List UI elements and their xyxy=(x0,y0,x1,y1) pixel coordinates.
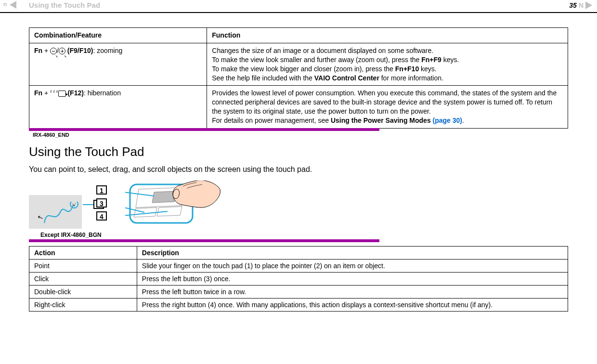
page-header: n Using the Touch Pad 35 N xyxy=(0,0,597,10)
zoom-in-icon xyxy=(59,48,65,54)
func-text: To make the view look smaller and furthe… xyxy=(212,56,421,64)
touchpad-hand-diagram: 1 3 4 xyxy=(96,181,226,229)
desc-cell: Press the right button (4) once. With ma… xyxy=(137,299,568,312)
combo-cell-zoom: Fn + / (F9/F10): zooming xyxy=(29,43,207,86)
action-cell: Right-click xyxy=(29,299,137,312)
fn-label: Fn xyxy=(34,47,42,54)
func-text: For details on power management, see xyxy=(212,117,331,124)
desc-cell: Press the left button (3) once. xyxy=(137,273,568,286)
func-cell-zoom: Changes the size of an image or a docume… xyxy=(207,43,568,86)
func-text: . xyxy=(462,117,464,124)
key-combo-bold: Fn+F10 xyxy=(395,65,419,73)
col-header-desc: Description xyxy=(137,247,568,260)
desc-cell: Slide your finger on the touch pad (1) t… xyxy=(137,260,568,273)
func-text: Changes the size of an image or a docume… xyxy=(212,47,433,54)
breadcrumb: Using the Touch Pad xyxy=(29,1,100,9)
svg-marker-5 xyxy=(157,207,182,216)
action-cell: Point xyxy=(29,260,137,273)
except-label: Except IRX-4860_BGN xyxy=(40,232,379,238)
section-intro: You can point to, select, drag, and scro… xyxy=(29,165,568,174)
table-row: Point Slide your finger on the touch pad… xyxy=(29,260,568,273)
fn-key-table: Combination/Feature Function Fn + / (F9/… xyxy=(29,27,568,129)
touchpad-diagram-row: ↖ 2 1 3 4 xyxy=(29,181,568,229)
func-cell-hibernate: Provides the lowest level of power consu… xyxy=(207,86,568,129)
table-row: Fn + / (F9/F10): zooming Changes the siz… xyxy=(29,43,568,86)
col-header-func: Function xyxy=(207,28,568,43)
section-heading: Using the Touch Pad xyxy=(29,144,568,159)
callout-label-4: 4 xyxy=(96,211,107,221)
touchpad-action-table: Action Description Point Slide your fing… xyxy=(29,246,568,312)
table-row: Right-click Press the right button (4) o… xyxy=(29,299,568,312)
callout-label-1: 1 xyxy=(96,185,107,195)
desc-cell: Press the left button twice in a row. xyxy=(137,286,568,299)
cursor-motion-diagram: ↖ 2 xyxy=(29,195,82,229)
func-text: for more information. xyxy=(379,74,443,82)
fn-label: Fn xyxy=(34,89,42,97)
col-header-combo: Combination/Feature xyxy=(29,28,207,43)
callout-line xyxy=(83,204,93,205)
feature-label: : hibernation xyxy=(84,89,121,97)
table-row: Fn + z z z (F12): hibernation Provides t… xyxy=(29,86,568,129)
keys-label: (F12) xyxy=(67,89,83,97)
nav-letter-left: n xyxy=(3,1,7,8)
zoom-out-icon xyxy=(50,48,57,54)
table-header-row: Combination/Feature Function xyxy=(29,28,568,43)
table-row: Click Press the left button (3) once. xyxy=(29,273,568,286)
nav-arrow-left-icon[interactable] xyxy=(10,1,16,9)
plus-text: + xyxy=(42,47,50,54)
app-name-bold: VAIO Control Center xyxy=(314,74,379,82)
hibernate-icon xyxy=(58,91,66,97)
cursor-path-icon xyxy=(42,202,81,226)
irx-end-label: IRX-4860_END xyxy=(29,131,379,138)
func-text: keys. xyxy=(441,56,459,64)
plus-text: + xyxy=(42,89,50,97)
page-link[interactable]: (page 30) xyxy=(433,117,462,124)
header-rule xyxy=(0,12,597,13)
feature-label: : zooming xyxy=(93,47,123,54)
table-row: Double-click Press the left button twice… xyxy=(29,286,568,299)
func-text: keys. xyxy=(419,65,437,73)
action-cell: Click xyxy=(29,273,137,286)
action-cell: Double-click xyxy=(29,286,137,299)
nav-arrow-right-icon[interactable] xyxy=(585,1,592,9)
page-nav-right: 35 N xyxy=(569,1,592,9)
xref-bold: Using the Power Saving Modes xyxy=(331,117,433,124)
func-text: To make the view look bigger and closer … xyxy=(212,65,395,73)
nav-letter-right: N xyxy=(579,1,584,9)
combo-cell-hibernate: Fn + z z z (F12): hibernation xyxy=(29,86,207,129)
callout-label-3: 3 xyxy=(96,198,107,208)
sleep-z-icon: z z z xyxy=(50,89,58,93)
section-divider-bar xyxy=(29,239,379,242)
page-number: 35 xyxy=(569,1,577,9)
touchpad-illustration-icon xyxy=(125,181,221,226)
col-header-action: Action xyxy=(29,247,137,260)
key-combo-bold: Fn+F9 xyxy=(421,56,441,64)
keys-label: (F9/F10) xyxy=(67,47,93,54)
table-header-row: Action Description xyxy=(29,247,568,260)
func-text: Provides the lowest level of power consu… xyxy=(212,89,557,115)
svg-point-0 xyxy=(70,202,78,208)
func-text: See the help file included with the xyxy=(212,74,314,82)
